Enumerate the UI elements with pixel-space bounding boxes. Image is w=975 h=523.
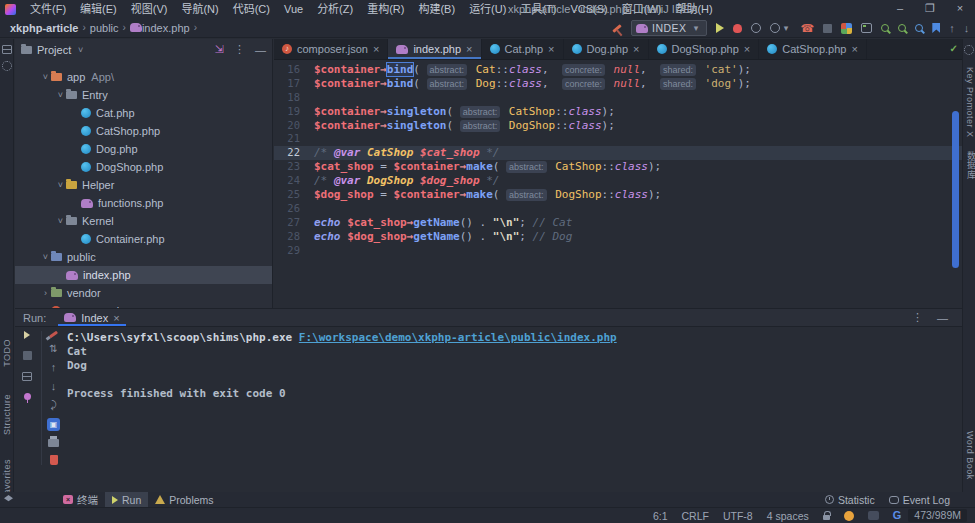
pin-tab-icon[interactable] [24, 393, 31, 400]
close-icon[interactable]: × [851, 43, 857, 55]
tool-window-structure[interactable]: Structure [2, 394, 12, 435]
debug-button[interactable] [733, 24, 742, 33]
code-line-19[interactable]: 19$container→singleton( abstract: CatSho… [274, 105, 962, 119]
tree-item-app[interactable]: ˅appApp\ [15, 68, 272, 86]
editor-tab-dogshop-php[interactable]: DogShop.php× [649, 39, 760, 59]
clear-highlights-icon[interactable] [49, 331, 58, 339]
clear-console-icon[interactable] [50, 455, 58, 465]
close-icon[interactable]: × [466, 43, 472, 55]
tool-window-word-book[interactable]: Word Book [965, 431, 975, 480]
stop-button[interactable] [823, 24, 832, 33]
breadcrumb-item[interactable]: index.php [142, 22, 190, 34]
menu-item[interactable]: 编辑(E) [73, 0, 124, 18]
maximize-button[interactable]: ❐ [915, 0, 945, 18]
scroll-up-icon[interactable]: ↑ [51, 362, 57, 373]
settings-gear-icon[interactable] [2, 61, 12, 71]
chevron-icon[interactable]: ˅ [55, 216, 66, 226]
more-options-icon[interactable]: ⋮ [912, 311, 923, 324]
menu-item[interactable]: 视图(V) [124, 0, 175, 18]
tool-window-database[interactable]: 数据库 [965, 151, 975, 180]
chevron-down-icon[interactable]: ▾ [781, 23, 792, 33]
tree-item-catshop-php[interactable]: CatShop.php [15, 122, 272, 140]
tree-item-functions-php[interactable]: functions.php [15, 194, 272, 212]
soft-wrap-icon[interactable]: ⤸ [51, 400, 57, 410]
code-line-29[interactable]: 29 [274, 244, 962, 258]
menu-item[interactable]: 重构(R) [360, 0, 411, 18]
search-green-icon[interactable] [881, 24, 889, 32]
code-line-23[interactable]: 23$cat_shop = $container→make( abstract:… [274, 160, 962, 174]
close-icon[interactable]: × [548, 43, 554, 55]
notification-bell-icon[interactable] [844, 511, 854, 521]
tool-window-problems[interactable]: Problems [148, 492, 220, 507]
lock-icon[interactable] [823, 515, 830, 520]
tree-item-dogshop-php[interactable]: DogShop.php [15, 158, 272, 176]
code-line-25[interactable]: 25$dog_shop = $container→make( abstract:… [274, 188, 962, 202]
search-blue-icon[interactable] [915, 24, 923, 32]
tool-window-terminal[interactable]: × 终端 [56, 492, 105, 507]
code-line-17[interactable]: 17$container→bind( abstract: Dog::class,… [274, 77, 962, 91]
menu-item[interactable]: Vue [277, 0, 310, 18]
tree-item-container-php[interactable]: Container.php [15, 230, 272, 248]
project-panel-title[interactable]: Project [37, 44, 71, 56]
more-options-icon[interactable]: ⋮ [234, 43, 245, 56]
tree-item-index-php[interactable]: index.php [15, 266, 272, 284]
encoding-indicator[interactable]: UTF-8 [716, 510, 760, 522]
editor-tab-composer-json[interactable]: ♪composer.json× [274, 39, 388, 59]
indent-indicator[interactable]: 4 spaces [760, 510, 816, 522]
code-line-18[interactable]: 18 [274, 91, 962, 105]
attach-to-process-icon[interactable]: ☎ [801, 23, 815, 34]
hide-panel-icon[interactable]: — [937, 312, 948, 324]
code-line-28[interactable]: 28echo $dog_shop→getName() . "\n"; // Do… [274, 230, 962, 244]
editor-tab-index-php[interactable]: index.php× [388, 39, 481, 59]
code-line-22[interactable]: 22/* @var CatShop $cat_shop */ [274, 146, 962, 160]
tool-window-switcher-icon[interactable] [4, 495, 13, 504]
tree-item-dog-php[interactable]: Dog.php [15, 140, 272, 158]
chevron-icon[interactable]: ˅ [55, 90, 66, 100]
tree-item-entry[interactable]: ˅Entry [15, 86, 272, 104]
tree-item-cat-php[interactable]: Cat.php [15, 104, 272, 122]
tree-item-vendor[interactable]: ›vendor [15, 284, 272, 302]
scroll-to-end-icon[interactable]: ▣ [47, 418, 60, 431]
console-file-link[interactable]: F:\workspace\demo\xkphp-article\public\i… [299, 331, 617, 344]
collapse-all-icon[interactable]: ⇲ [215, 43, 224, 56]
menu-item[interactable]: 构建(B) [411, 0, 462, 18]
memory-indicator[interactable]: 473/989M [908, 509, 967, 522]
tool-window-key-promoter[interactable]: Key Promoter X [965, 67, 975, 138]
profiler-icon[interactable] [770, 23, 780, 33]
chevron-down-icon[interactable]: ˅ [75, 45, 86, 55]
tree-item-public[interactable]: ˅public [15, 248, 272, 266]
hide-panel-icon[interactable]: — [255, 44, 266, 56]
project-stripe-icon[interactable] [2, 45, 12, 54]
inspections-ok-icon[interactable]: ✓ [950, 43, 958, 54]
close-icon[interactable]: × [373, 43, 379, 55]
tree-item-helper[interactable]: ˅Helper [15, 176, 272, 194]
run-tab-index[interactable]: Index × [58, 309, 125, 326]
code-line-26[interactable]: 26 [274, 202, 962, 216]
minimize-button[interactable]: – [885, 0, 915, 18]
google-translate-icon[interactable]: G [893, 510, 902, 521]
chevron-icon[interactable]: ˅ [40, 252, 51, 262]
plugin-hat-icon[interactable] [868, 511, 879, 520]
coverage-run-icon[interactable] [751, 23, 761, 33]
terminal-window-icon[interactable] [861, 23, 872, 33]
code-editor[interactable]: 16$container→bind( abstract: Cat::class,… [274, 60, 962, 257]
chevron-icon[interactable]: ˅ [55, 180, 66, 190]
menu-item[interactable]: 导航(N) [174, 0, 225, 18]
close-icon[interactable]: × [633, 43, 639, 55]
replace-green-icon[interactable] [898, 24, 906, 32]
menu-item[interactable]: 运行(U) [462, 0, 513, 18]
code-line-27[interactable]: 27echo $cat_shop→getName() . "\n"; // Ca… [274, 216, 962, 230]
menu-item[interactable]: 分析(Z) [310, 0, 360, 18]
run-button[interactable] [716, 23, 724, 33]
caret-position[interactable]: 6:1 [646, 510, 675, 522]
stop-button[interactable] [23, 351, 32, 360]
editor-tabs-gear-icon[interactable] [964, 45, 974, 55]
code-line-20[interactable]: 20$container→singleton( abstract: DogSho… [274, 119, 962, 133]
menu-item[interactable]: 文件(F) [23, 0, 73, 18]
editor-scrollbar-thumb[interactable] [952, 111, 959, 268]
editor-tab-dog-php[interactable]: Dog.php× [564, 39, 649, 59]
menu-item[interactable]: 代码(C) [226, 0, 277, 18]
arrow-up-icon[interactable]: ↑ [949, 23, 955, 34]
breadcrumb-item[interactable]: xkphp-article [10, 22, 78, 34]
bookmark-icon[interactable] [932, 23, 940, 33]
